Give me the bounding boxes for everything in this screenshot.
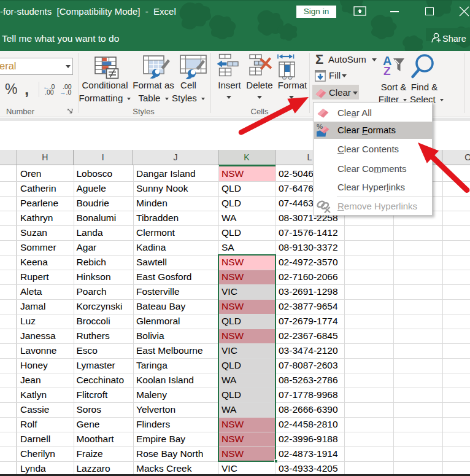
svg-text:Z: Z bbox=[383, 64, 391, 77]
